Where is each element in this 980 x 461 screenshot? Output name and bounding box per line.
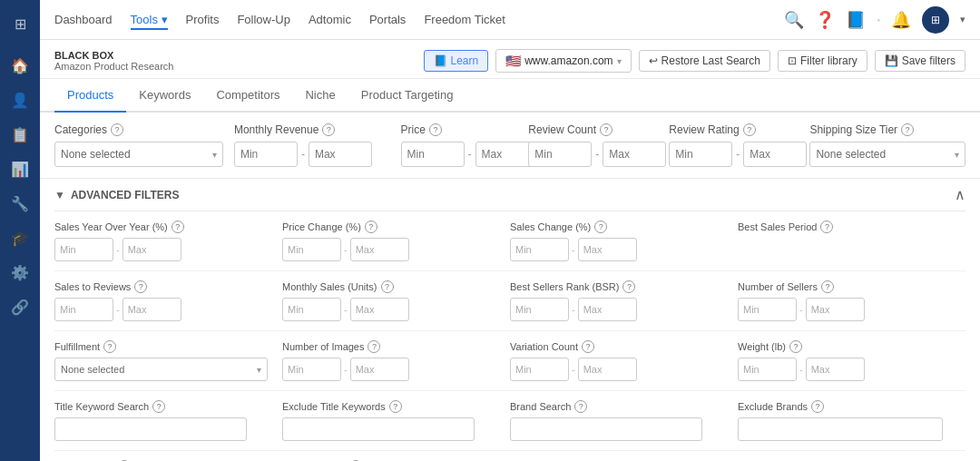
tab-keywords[interactable]: Keywords [126,79,203,113]
sidebar-chart-icon[interactable]: 📊 [4,152,36,185]
collapse-icon[interactable]: ∧ [955,186,965,203]
shipping-size-help-icon[interactable]: ? [901,123,914,136]
save-filters-button[interactable]: 💾 Save filters [875,50,965,72]
fulfillment-select[interactable]: None selected ▾ [54,358,268,381]
sidebar-doc-icon[interactable]: 📋 [4,118,36,151]
num-images-max[interactable] [350,358,409,381]
amazon-selector[interactable]: 🇺🇸 www.amazon.com ▾ [495,49,631,73]
variation-count-group: Variation Count ? - [510,340,738,381]
price-help-icon[interactable]: ? [429,123,442,136]
monthly-sales-min[interactable] [282,298,341,321]
sales-reviews-min[interactable] [54,298,113,321]
sales-yoy-help-icon[interactable]: ? [172,221,184,233]
sales-reviews-max[interactable] [122,298,181,321]
review-rating-max[interactable] [743,142,807,167]
user-avatar[interactable]: ⊞ [922,6,949,34]
shipping-size-select[interactable]: None selected ▾ [809,142,965,167]
price-min[interactable] [401,142,465,167]
help-icon[interactable]: ❓ [815,10,835,30]
sales-yoy-min[interactable] [54,238,113,261]
sidebar-grad-icon[interactable]: 🎓 [4,221,36,254]
price-change-min[interactable] [282,238,341,261]
num-images-help-icon[interactable]: ? [368,340,380,353]
monthly-revenue-help-icon[interactable]: ? [322,123,335,136]
fulfillment-chevron-icon: ▾ [257,365,261,375]
sales-yoy-max[interactable] [122,238,181,261]
best-sales-period-label: Best Sales Period ? [738,221,965,233]
tab-competitors[interactable]: Competitors [203,79,292,113]
tab-products[interactable]: Products [54,79,126,113]
sidebar-home-icon[interactable]: 🏠 [4,49,36,82]
shipping-size-label: Shipping Size Tier ? [809,123,965,136]
categories-select[interactable]: None selected ▾ [54,142,223,167]
review-count-help-icon[interactable]: ? [600,123,612,136]
variation-count-min[interactable] [510,358,569,381]
price-change-help-icon[interactable]: ? [365,221,377,233]
advanced-filters-header[interactable]: ▼ ADVANCED FILTERS ∧ [54,179,965,211]
blackbox-title-block: BLACK BOX Amazon Product Research [54,50,173,72]
restore-search-button[interactable]: ↩ Restore Last Search [639,50,770,72]
top-navigation: Dashboard Tools ▾ Profits Follow-Up Adto… [40,0,980,40]
tab-niche[interactable]: Niche [292,79,348,113]
bsr-help-icon[interactable]: ? [622,280,635,293]
sales-change-help-icon[interactable]: ? [594,221,607,233]
review-count-min[interactable] [528,142,592,167]
bell-icon[interactable]: 🔔 [891,10,911,30]
bsr-max[interactable] [578,298,637,321]
nav-followup[interactable]: Follow-Up [237,9,290,30]
search-icon[interactable]: 🔍 [784,10,804,30]
sales-change-min[interactable] [510,238,569,261]
filter-library-button[interactable]: ⊡ Filter library [778,50,867,72]
sidebar-tools-icon[interactable]: 🔧 [4,187,36,220]
sales-change-sep: - [572,244,575,255]
weight-help-icon[interactable]: ? [789,340,802,353]
title-keyword-help-icon[interactable]: ? [152,400,165,413]
advanced-filters-section: ▼ ADVANCED FILTERS ∧ Sales Year Over Yea… [40,179,980,461]
sidebar-grid-icon[interactable]: ⊞ [4,7,36,40]
monthly-revenue-max[interactable] [309,142,372,167]
sales-reviews-help-icon[interactable]: ? [134,280,147,293]
review-rating-min[interactable] [669,142,732,167]
learn-button[interactable]: 📘 Learn [424,50,489,72]
sidebar-user-icon[interactable]: 👤 [4,83,36,116]
sidebar-gear-icon[interactable]: ⚙️ [4,256,36,289]
exclude-title-help-icon[interactable]: ? [389,400,402,413]
brand-search-input[interactable] [510,417,702,441]
nav-profits[interactable]: Profits [186,9,220,30]
num-images-group: Number of Images ? - [282,340,510,381]
categories-help-icon[interactable]: ? [111,123,123,136]
num-sellers-min[interactable] [738,298,797,321]
num-images-min[interactable] [282,358,341,381]
weight-max[interactable] [806,358,865,381]
tab-product-targeting[interactable]: Product Targeting [348,79,466,113]
nav-adtomic[interactable]: Adtomic [309,9,351,30]
bsr-min[interactable] [510,298,569,321]
review-rating-help-icon[interactable]: ? [743,123,756,136]
nav-dashboard[interactable]: Dashboard [54,9,113,30]
exclude-brands-input[interactable] [738,417,943,441]
nav-freedom-ticket[interactable]: Freedom Ticket [424,9,505,30]
monthly-revenue-min[interactable] [234,142,298,167]
review-count-max[interactable] [603,142,666,167]
title-keyword-input[interactable] [54,417,247,441]
nav-portals[interactable]: Portals [369,9,406,30]
sidebar-link-icon[interactable]: 🔗 [4,290,36,323]
brand-search-help-icon[interactable]: ? [574,400,587,413]
num-sellers-help-icon[interactable]: ? [821,280,834,293]
facebook-icon[interactable]: 📘 [846,10,866,30]
variation-count-help-icon[interactable]: ? [582,340,594,353]
account-chevron[interactable]: ▾ [960,14,965,25]
exclude-brands-help-icon[interactable]: ? [811,400,824,413]
sales-change-max[interactable] [578,238,637,261]
adv-row-2: Sales to Reviews ? - Monthly Sales (Unit… [54,271,965,331]
best-sales-period-help-icon[interactable]: ? [820,221,833,233]
weight-min[interactable] [738,358,797,381]
exclude-title-input[interactable] [282,417,475,441]
monthly-sales-help-icon[interactable]: ? [381,280,394,293]
price-change-max[interactable] [350,238,409,261]
num-sellers-max[interactable] [806,298,865,321]
fulfillment-help-icon[interactable]: ? [103,340,116,353]
nav-tools[interactable]: Tools ▾ [131,9,168,30]
variation-count-max[interactable] [578,358,637,381]
monthly-sales-max[interactable] [350,298,409,321]
